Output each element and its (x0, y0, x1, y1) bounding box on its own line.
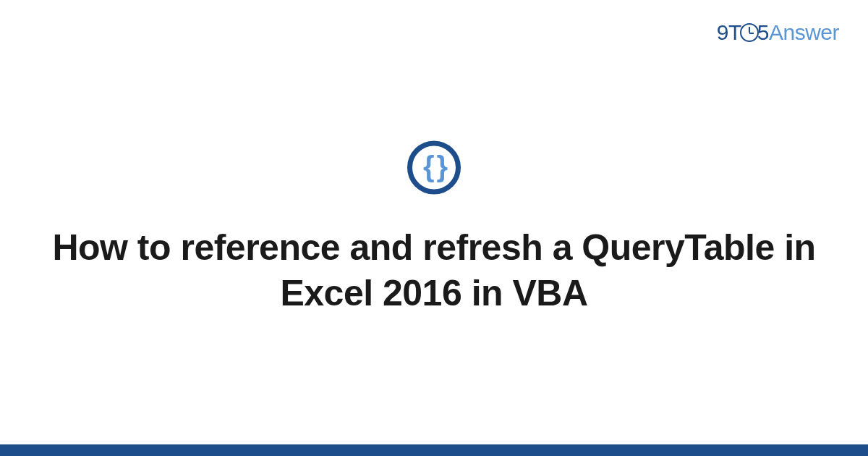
code-braces-icon: { } (407, 141, 461, 195)
main-content: { } How to reference and refresh a Query… (0, 141, 868, 316)
braces-glyph: { } (423, 152, 445, 181)
clock-icon (740, 23, 759, 42)
logo-9t-text: 9T (717, 20, 741, 44)
logo-5-text: 5 (757, 20, 769, 44)
logo-answer-text: Answer (769, 20, 839, 44)
page-title: How to reference and refresh a QueryTabl… (43, 225, 825, 316)
site-logo[interactable]: 9T5Answer (717, 20, 839, 45)
footer-bar (0, 444, 868, 456)
